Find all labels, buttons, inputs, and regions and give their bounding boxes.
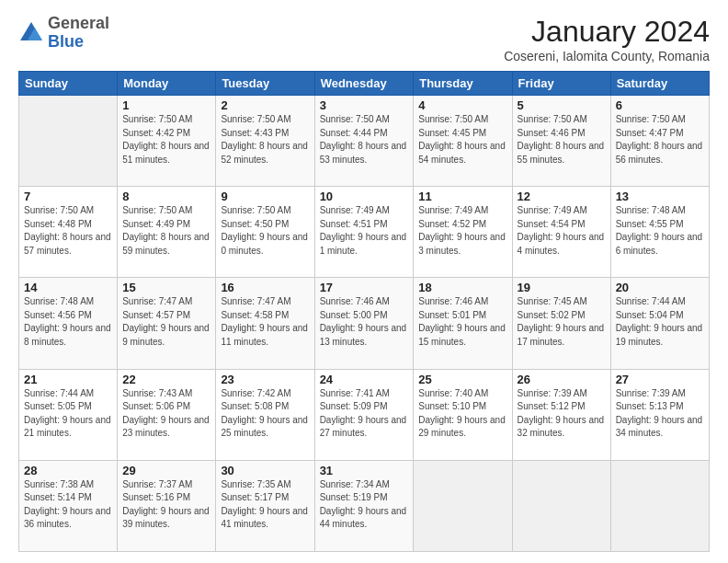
day-detail: Sunrise: 7:49 AMSunset: 4:52 PMDaylight:… (418, 205, 506, 256)
col-monday: Monday (118, 72, 216, 96)
table-row: 21 Sunrise: 7:44 AMSunset: 5:05 PMDaylig… (19, 369, 118, 460)
day-detail: Sunrise: 7:39 AMSunset: 5:12 PMDaylight:… (518, 388, 605, 439)
day-number: 18 (418, 281, 506, 294)
table-row: 18 Sunrise: 7:46 AMSunset: 5:01 PMDaylig… (414, 278, 512, 369)
day-number: 29 (122, 464, 210, 477)
day-detail: Sunrise: 7:45 AMSunset: 5:02 PMDaylight:… (518, 296, 605, 347)
calendar-header-row: Sunday Monday Tuesday Wednesday Thursday… (19, 72, 710, 96)
day-number: 31 (320, 464, 409, 477)
table-row: 20 Sunrise: 7:44 AMSunset: 5:04 PMDaylig… (610, 278, 709, 369)
day-detail: Sunrise: 7:38 AMSunset: 5:14 PMDaylight:… (24, 479, 111, 530)
table-row: 15 Sunrise: 7:47 AMSunset: 4:57 PMDaylig… (118, 278, 216, 369)
day-detail: Sunrise: 7:46 AMSunset: 5:00 PMDaylight:… (320, 296, 407, 347)
day-detail: Sunrise: 7:50 AMSunset: 4:46 PMDaylight:… (518, 114, 605, 165)
day-number: 22 (122, 373, 210, 386)
calendar-week-row: 14 Sunrise: 7:48 AMSunset: 4:56 PMDaylig… (19, 278, 710, 369)
table-row: 23 Sunrise: 7:42 AMSunset: 5:08 PMDaylig… (216, 369, 314, 460)
calendar-week-row: 7 Sunrise: 7:50 AMSunset: 4:48 PMDayligh… (19, 187, 710, 278)
day-number: 30 (221, 464, 309, 477)
day-number: 20 (616, 281, 704, 294)
day-number: 12 (518, 190, 606, 203)
table-row: 30 Sunrise: 7:35 AMSunset: 5:17 PMDaylig… (216, 460, 314, 551)
table-row: 12 Sunrise: 7:49 AMSunset: 4:54 PMDaylig… (512, 187, 610, 278)
table-row: 16 Sunrise: 7:47 AMSunset: 4:58 PMDaylig… (216, 278, 314, 369)
day-detail: Sunrise: 7:50 AMSunset: 4:44 PMDaylight:… (320, 114, 407, 165)
col-thursday: Thursday (414, 72, 512, 96)
day-number: 8 (122, 190, 210, 203)
table-row (512, 460, 610, 551)
calendar-table: Sunday Monday Tuesday Wednesday Thursday… (18, 71, 710, 552)
col-tuesday: Tuesday (216, 72, 314, 96)
day-detail: Sunrise: 7:50 AMSunset: 4:45 PMDaylight:… (418, 114, 506, 165)
month-title: January 2024 (504, 15, 710, 49)
calendar-week-row: 21 Sunrise: 7:44 AMSunset: 5:05 PMDaylig… (19, 369, 710, 460)
table-row: 17 Sunrise: 7:46 AMSunset: 5:00 PMDaylig… (314, 278, 414, 369)
logo-general: General (48, 14, 109, 32)
day-detail: Sunrise: 7:41 AMSunset: 5:09 PMDaylight:… (320, 388, 407, 439)
table-row: 22 Sunrise: 7:43 AMSunset: 5:06 PMDaylig… (118, 369, 216, 460)
table-row: 4 Sunrise: 7:50 AMSunset: 4:45 PMDayligh… (414, 96, 512, 187)
day-number: 9 (221, 190, 309, 203)
day-detail: Sunrise: 7:43 AMSunset: 5:06 PMDaylight:… (122, 388, 210, 439)
day-number: 27 (616, 373, 704, 386)
day-number: 13 (616, 190, 704, 203)
table-row: 5 Sunrise: 7:50 AMSunset: 4:46 PMDayligh… (512, 96, 610, 187)
day-detail: Sunrise: 7:47 AMSunset: 4:57 PMDaylight:… (122, 296, 210, 347)
day-detail: Sunrise: 7:44 AMSunset: 5:05 PMDaylight:… (24, 388, 111, 439)
calendar-week-row: 28 Sunrise: 7:38 AMSunset: 5:14 PMDaylig… (19, 460, 710, 551)
day-number: 2 (221, 98, 309, 112)
table-row (610, 460, 709, 551)
table-row: 25 Sunrise: 7:40 AMSunset: 5:10 PMDaylig… (414, 369, 512, 460)
day-detail: Sunrise: 7:40 AMSunset: 5:10 PMDaylight:… (418, 388, 506, 439)
table-row: 14 Sunrise: 7:48 AMSunset: 4:56 PMDaylig… (19, 278, 118, 369)
day-number: 16 (221, 281, 309, 294)
day-number: 4 (418, 98, 506, 112)
day-detail: Sunrise: 7:50 AMSunset: 4:49 PMDaylight:… (122, 205, 210, 256)
table-row: 26 Sunrise: 7:39 AMSunset: 5:12 PMDaylig… (512, 369, 610, 460)
header: General Blue January 2024 Cosereni, Ialo… (18, 15, 710, 63)
day-number: 28 (24, 464, 112, 477)
day-number: 7 (24, 190, 112, 203)
table-row: 9 Sunrise: 7:50 AMSunset: 4:50 PMDayligh… (216, 187, 314, 278)
logo-blue: Blue (48, 32, 84, 51)
logo: General Blue (18, 15, 109, 52)
title-block: January 2024 Cosereni, Ialomita County, … (504, 15, 710, 63)
day-number: 10 (320, 190, 409, 203)
day-detail: Sunrise: 7:34 AMSunset: 5:19 PMDaylight:… (320, 479, 407, 530)
day-number: 3 (320, 98, 409, 112)
table-row (414, 460, 512, 551)
day-number: 1 (122, 98, 210, 112)
day-detail: Sunrise: 7:44 AMSunset: 5:04 PMDaylight:… (616, 296, 703, 347)
day-detail: Sunrise: 7:35 AMSunset: 5:17 PMDaylight:… (221, 479, 308, 530)
col-wednesday: Wednesday (314, 72, 414, 96)
table-row (19, 96, 118, 187)
day-number: 6 (616, 98, 704, 112)
logo-text: General Blue (48, 15, 109, 52)
day-number: 19 (518, 281, 606, 294)
col-friday: Friday (512, 72, 610, 96)
table-row: 24 Sunrise: 7:41 AMSunset: 5:09 PMDaylig… (314, 369, 414, 460)
table-row: 10 Sunrise: 7:49 AMSunset: 4:51 PMDaylig… (314, 187, 414, 278)
table-row: 2 Sunrise: 7:50 AMSunset: 4:43 PMDayligh… (216, 96, 314, 187)
day-detail: Sunrise: 7:50 AMSunset: 4:47 PMDaylight:… (616, 114, 703, 165)
table-row: 11 Sunrise: 7:49 AMSunset: 4:52 PMDaylig… (414, 187, 512, 278)
day-detail: Sunrise: 7:37 AMSunset: 5:16 PMDaylight:… (122, 479, 210, 530)
day-number: 26 (518, 373, 606, 386)
table-row: 8 Sunrise: 7:50 AMSunset: 4:49 PMDayligh… (118, 187, 216, 278)
day-detail: Sunrise: 7:42 AMSunset: 5:08 PMDaylight:… (221, 388, 308, 439)
table-row: 1 Sunrise: 7:50 AMSunset: 4:42 PMDayligh… (118, 96, 216, 187)
day-detail: Sunrise: 7:49 AMSunset: 4:54 PMDaylight:… (518, 205, 605, 256)
day-detail: Sunrise: 7:48 AMSunset: 4:55 PMDaylight:… (616, 205, 703, 256)
day-detail: Sunrise: 7:50 AMSunset: 4:48 PMDaylight:… (24, 205, 111, 256)
day-detail: Sunrise: 7:46 AMSunset: 5:01 PMDaylight:… (418, 296, 506, 347)
page: General Blue January 2024 Cosereni, Ialo… (0, 0, 728, 563)
day-number: 15 (122, 281, 210, 294)
table-row: 13 Sunrise: 7:48 AMSunset: 4:55 PMDaylig… (610, 187, 709, 278)
table-row: 3 Sunrise: 7:50 AMSunset: 4:44 PMDayligh… (314, 96, 414, 187)
calendar-week-row: 1 Sunrise: 7:50 AMSunset: 4:42 PMDayligh… (19, 96, 710, 187)
day-detail: Sunrise: 7:47 AMSunset: 4:58 PMDaylight:… (221, 296, 308, 347)
table-row: 28 Sunrise: 7:38 AMSunset: 5:14 PMDaylig… (19, 460, 118, 551)
table-row: 19 Sunrise: 7:45 AMSunset: 5:02 PMDaylig… (512, 278, 610, 369)
day-detail: Sunrise: 7:50 AMSunset: 4:50 PMDaylight:… (221, 205, 308, 256)
table-row: 7 Sunrise: 7:50 AMSunset: 4:48 PMDayligh… (19, 187, 118, 278)
